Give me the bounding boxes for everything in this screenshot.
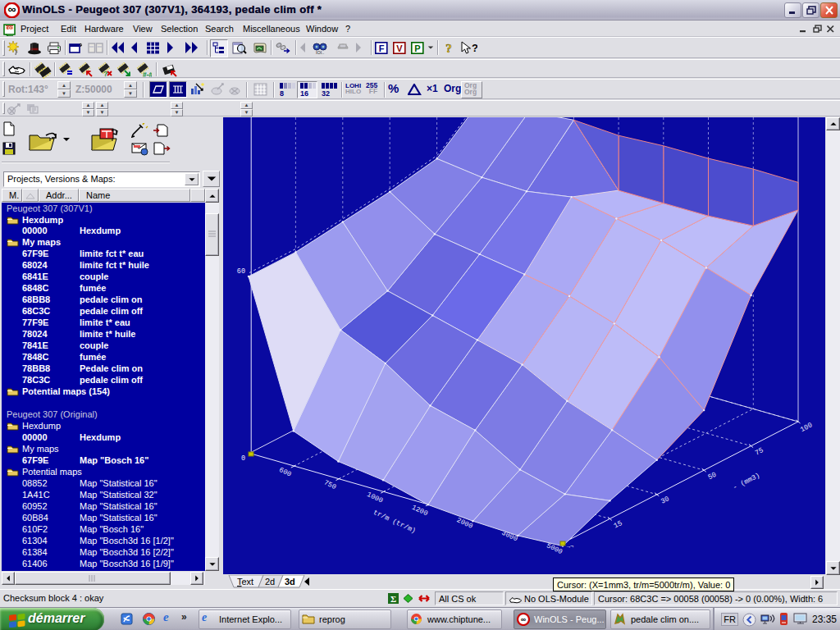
svg-text:P: P — [414, 43, 420, 53]
svg-text:60: 60 — [237, 267, 245, 276]
svg-text:Text: Text — [237, 577, 253, 587]
svg-text:IOI..: IOI.. — [316, 50, 325, 55]
svg-text:2d: 2d — [265, 577, 275, 587]
svg-text:?: ? — [103, 70, 108, 77]
svg-text:8: 8 — [280, 89, 284, 98]
svg-text:0: 0 — [241, 454, 245, 463]
svg-text:→¬: →¬ — [567, 543, 573, 550]
svg-text:F: F — [379, 43, 385, 53]
svg-text:16: 16 — [300, 89, 308, 98]
svg-text:#-#: #-# — [143, 71, 152, 78]
svg-text:?: ? — [445, 42, 452, 55]
svg-text:?: ? — [472, 42, 477, 54]
svg-text:3d: 3d — [285, 577, 295, 587]
svg-text:32: 32 — [322, 89, 330, 98]
svg-text:∞: ∞ — [521, 615, 527, 623]
svg-text:IOI: IOI — [5, 25, 14, 31]
svg-text:Σ: Σ — [390, 594, 396, 604]
svg-text:V: V — [396, 43, 403, 53]
svg-text:∞: ∞ — [8, 2, 16, 16]
